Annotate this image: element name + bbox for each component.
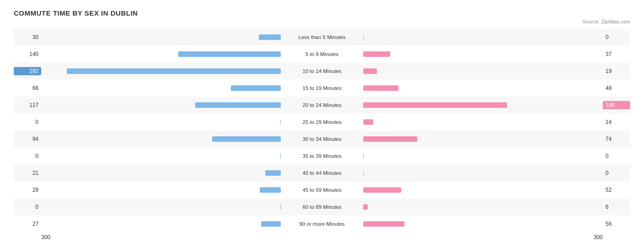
chart-row: 9430 to 34 Minutes74 bbox=[14, 131, 630, 147]
female-bar-section bbox=[363, 187, 603, 193]
male-bar-section bbox=[41, 68, 281, 74]
axis-right-label: 300 bbox=[594, 234, 603, 240]
female-value: 196 bbox=[603, 101, 630, 109]
male-bar-section bbox=[41, 204, 281, 210]
row-label: 25 to 29 Minutes bbox=[281, 119, 363, 125]
chart-title: COMMUTE TIME BY SEX IN DUBLIN bbox=[14, 9, 630, 17]
row-label: 5 to 9 Minutes bbox=[281, 51, 363, 57]
male-bar bbox=[265, 170, 281, 176]
chart-row: 035 to 39 Minutes0 bbox=[14, 148, 630, 164]
female-bar-section bbox=[363, 204, 603, 210]
female-bar-section bbox=[363, 153, 603, 159]
male-bar-section bbox=[41, 136, 281, 142]
bars-wrapper: 5 to 9 Minutes bbox=[41, 51, 603, 57]
bars-wrapper: 90 or more Minutes bbox=[41, 221, 603, 227]
axis-left-label: 300 bbox=[41, 234, 50, 240]
male-bar-section bbox=[41, 51, 281, 57]
bars-wrapper: 20 to 24 Minutes bbox=[41, 102, 603, 108]
male-value: 0 bbox=[14, 204, 41, 210]
row-label: 20 to 24 Minutes bbox=[281, 102, 363, 108]
female-bar bbox=[363, 51, 390, 57]
male-bar bbox=[178, 51, 281, 57]
female-bar-section bbox=[363, 170, 603, 176]
male-value: 0 bbox=[14, 153, 41, 159]
male-bar-section bbox=[41, 119, 281, 125]
male-value: 21 bbox=[14, 170, 41, 176]
chart-row: 11720 to 24 Minutes196 bbox=[14, 97, 630, 113]
female-bar-section bbox=[363, 51, 603, 57]
row-label: 45 to 59 Minutes bbox=[281, 187, 363, 193]
chart-row: 1405 to 9 Minutes37 bbox=[14, 46, 630, 62]
male-bar-section bbox=[41, 85, 281, 91]
chart-wrapper: COMMUTE TIME BY SEX IN DUBLIN Source: Zi… bbox=[14, 9, 630, 240]
female-bar bbox=[363, 68, 377, 74]
chart-row: 6815 to 19 Minutes48 bbox=[14, 80, 630, 96]
female-value: 0 bbox=[603, 170, 630, 176]
male-bar bbox=[261, 221, 281, 227]
row-label: 30 to 34 Minutes bbox=[281, 136, 363, 142]
bars-wrapper: 40 to 44 Minutes bbox=[41, 170, 603, 176]
female-bar bbox=[363, 187, 401, 193]
male-bar-section bbox=[41, 170, 281, 176]
male-value: 117 bbox=[14, 102, 41, 108]
row-label: 90 or more Minutes bbox=[281, 221, 363, 227]
male-bar bbox=[212, 136, 281, 142]
chart-row: 060 to 89 Minutes6 bbox=[14, 199, 630, 215]
male-bar bbox=[259, 34, 281, 40]
female-bar-section bbox=[363, 119, 603, 125]
female-bar bbox=[363, 170, 364, 176]
female-bar-section bbox=[363, 102, 603, 108]
axis-bottom: 300 300 bbox=[14, 234, 630, 240]
chart-area: 30Less than 5 Minutes01405 to 9 Minutes3… bbox=[14, 29, 630, 232]
female-bar-section bbox=[363, 34, 603, 40]
female-value: 0 bbox=[603, 34, 630, 40]
female-value: 14 bbox=[603, 119, 630, 125]
female-bar-section bbox=[363, 68, 603, 74]
male-value: 30 bbox=[14, 34, 41, 40]
bars-wrapper: 35 to 39 Minutes bbox=[41, 153, 603, 159]
female-bar bbox=[363, 119, 373, 125]
row-label: 40 to 44 Minutes bbox=[281, 170, 363, 176]
female-bar bbox=[363, 221, 404, 227]
male-value: 27 bbox=[14, 221, 41, 227]
male-value: 0 bbox=[14, 119, 41, 125]
male-value: 94 bbox=[14, 136, 41, 142]
chart-row: 2140 to 44 Minutes0 bbox=[14, 165, 630, 181]
chart-row: 2945 to 59 Minutes52 bbox=[14, 182, 630, 198]
male-value: 68 bbox=[14, 85, 41, 91]
male-bar bbox=[231, 85, 281, 91]
female-value: 48 bbox=[603, 85, 630, 91]
female-bar bbox=[363, 85, 398, 91]
female-bar-section bbox=[363, 85, 603, 91]
male-bar bbox=[67, 68, 281, 74]
female-bar-section bbox=[363, 221, 603, 227]
chart-row: 30Less than 5 Minutes0 bbox=[14, 29, 630, 45]
male-bar-section bbox=[41, 153, 281, 159]
source-label: Source: ZipAtlas.com bbox=[14, 19, 630, 24]
female-value: 19 bbox=[603, 68, 630, 74]
female-value: 0 bbox=[603, 153, 630, 159]
male-bar-section bbox=[41, 34, 281, 40]
row-label: 10 to 14 Minutes bbox=[281, 68, 363, 74]
row-label: Less than 5 Minutes bbox=[281, 34, 363, 40]
bars-wrapper: 60 to 89 Minutes bbox=[41, 204, 603, 210]
male-bar-section bbox=[41, 187, 281, 193]
bars-wrapper: 30 to 34 Minutes bbox=[41, 136, 603, 142]
row-label: 15 to 19 Minutes bbox=[281, 85, 363, 91]
male-bar bbox=[195, 102, 281, 108]
female-bar bbox=[363, 102, 507, 108]
male-value: 29 bbox=[14, 187, 41, 193]
chart-row: 025 to 29 Minutes14 bbox=[14, 114, 630, 130]
female-bar-section bbox=[363, 136, 603, 142]
male-bar bbox=[260, 187, 281, 193]
chart-row: 2790 or more Minutes56 bbox=[14, 216, 630, 232]
female-bar bbox=[363, 204, 368, 210]
female-value: 52 bbox=[603, 187, 630, 193]
chart-row: 29210 to 14 Minutes19 bbox=[14, 63, 630, 79]
male-bar-section bbox=[41, 221, 281, 227]
female-bar bbox=[363, 34, 364, 40]
male-value: 292 bbox=[14, 67, 41, 75]
bars-wrapper: Less than 5 Minutes bbox=[41, 34, 603, 40]
row-label: 35 to 39 Minutes bbox=[281, 153, 363, 159]
male-bar-section bbox=[41, 102, 281, 108]
